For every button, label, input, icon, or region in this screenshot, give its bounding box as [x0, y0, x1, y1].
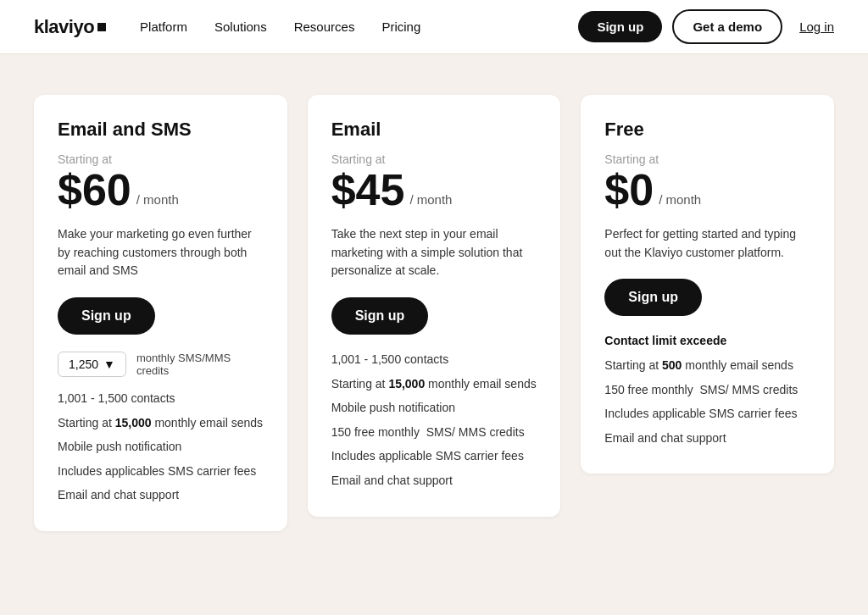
card-email: Email Starting at $45 / month Take the n…: [308, 95, 561, 517]
card-free-period: / month: [659, 192, 701, 207]
feature-item: 1,001 - 1,500 contacts: [331, 352, 537, 368]
nav-signup-button[interactable]: Sign up: [578, 11, 662, 42]
card-email-title: Email: [331, 119, 537, 141]
card-free-starting-at: Starting at: [604, 152, 810, 166]
chevron-down-icon: ▼: [103, 357, 115, 371]
card-email-sms-period: / month: [136, 192, 179, 207]
feature-item: Email and chat support: [604, 430, 810, 447]
feature-item: Starting at 15,000 monthly email sends: [331, 376, 537, 393]
logo-text: klaviyo: [34, 16, 94, 38]
card-email-sms-price-row: $60 / month: [58, 168, 264, 212]
feature-item: Email and chat support: [58, 487, 264, 504]
card-free-price-row: $0 / month: [604, 168, 810, 212]
card-email-price: $45: [331, 168, 405, 212]
nav-login-link[interactable]: Log in: [799, 19, 834, 34]
nav-demo-button[interactable]: Get a demo: [672, 9, 782, 44]
card-free-signup-button[interactable]: Sign up: [604, 279, 702, 316]
card-email-sms-signup-button[interactable]: Sign up: [58, 297, 155, 335]
nav-link-solutions[interactable]: Solutions: [214, 19, 267, 34]
feature-item: Contact limit exceede: [604, 333, 810, 350]
nav-link-platform[interactable]: Platform: [140, 19, 187, 34]
nav-links: Platform Solutions Resources Pricing: [140, 19, 578, 34]
logo: klaviyo: [34, 16, 106, 38]
card-email-price-row: $45 / month: [331, 168, 537, 212]
feature-item: Email and chat support: [331, 473, 537, 490]
card-free-features: Contact limit exceede Starting at 500 mo…: [604, 333, 810, 446]
feature-item: Starting at 15,000 monthly email sends: [58, 415, 264, 432]
nav-link-resources[interactable]: Resources: [294, 19, 355, 34]
card-email-signup-button[interactable]: Sign up: [331, 297, 429, 335]
card-email-sms-starting-at: Starting at: [58, 152, 264, 166]
card-email-starting-at: Starting at: [331, 152, 537, 166]
card-email-sms-price: $60: [58, 168, 131, 212]
nav-link-pricing[interactable]: Pricing: [381, 19, 420, 34]
sms-dropdown-label: monthly SMS/MMS credits: [136, 352, 264, 377]
pricing-section: Email and SMS Starting at $60 / month Ma…: [0, 54, 868, 572]
feature-item: Includes applicable SMS carrier fees: [604, 406, 810, 423]
card-email-sms-features: 1,001 - 1,500 contacts Starting at 15,00…: [58, 391, 264, 504]
card-email-period: / month: [409, 192, 452, 207]
card-email-sms-title: Email and SMS: [58, 119, 264, 141]
feature-item: 1,001 - 1,500 contacts: [58, 391, 264, 407]
card-email-description: Take the next step in your email marketi…: [331, 225, 537, 280]
sms-dropdown-value: 1,250: [69, 357, 98, 371]
feature-item: Starting at 500 monthly email sends: [604, 357, 810, 374]
card-free-price: $0: [604, 168, 654, 212]
card-free-description: Perfect for getting started and typing o…: [604, 225, 810, 262]
feature-item: Mobile push notification: [331, 400, 537, 417]
card-email-sms: Email and SMS Starting at $60 / month Ma…: [34, 95, 287, 531]
feature-item: Includes applicable SMS carrier fees: [331, 448, 537, 465]
nav-actions: Sign up Get a demo Log in: [578, 9, 834, 44]
navbar: klaviyo Platform Solutions Resources Pri…: [0, 0, 868, 54]
sms-dropdown[interactable]: 1,250 ▼: [58, 352, 126, 377]
feature-item: Mobile push notification: [58, 439, 264, 456]
card-free: Free Starting at $0 / month Perfect for …: [581, 95, 834, 474]
card-free-title: Free: [604, 119, 810, 141]
feature-item: Includes applicables SMS carrier fees: [58, 463, 264, 480]
card-email-sms-description: Make your marketing go even further by r…: [58, 225, 264, 280]
card-email-features: 1,001 - 1,500 contacts Starting at 15,00…: [331, 352, 537, 490]
feature-item: 150 free monthly SMS/ MMS credits: [331, 424, 537, 441]
logo-icon: [97, 23, 106, 31]
sms-selector: 1,250 ▼ monthly SMS/MMS credits: [58, 352, 264, 377]
feature-item: 150 free monthly SMS/ MMS credits: [604, 382, 810, 399]
